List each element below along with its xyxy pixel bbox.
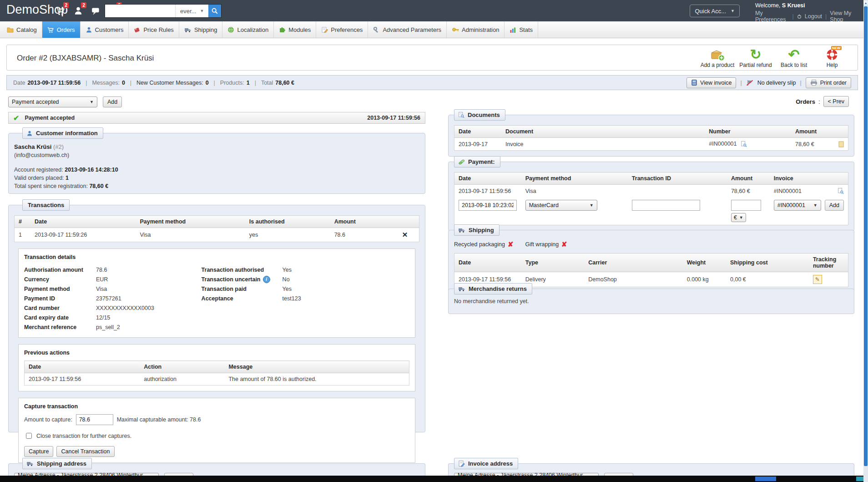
quick-access-dropdown[interactable]: Quick Acc... ▼ <box>690 5 740 17</box>
add-product-button[interactable]: Add a product <box>698 47 737 68</box>
payment-amount: 78,60 € <box>727 185 770 198</box>
view-my-shop-link[interactable]: View My Shop <box>830 10 861 23</box>
cart-icon[interactable]: 2 <box>56 6 66 16</box>
scroll-up-arrow[interactable]: ▲ <box>864 1 868 5</box>
order-info-bar: Date 2013-09-17 11:59:56 | Messages: 0 |… <box>6 75 858 90</box>
separator: | <box>255 80 256 86</box>
truck-icon <box>458 227 465 233</box>
payment-method-select[interactable]: MasterCard ▼ <box>525 200 597 211</box>
document-magnifier-icon <box>458 112 464 118</box>
transaction-id-input[interactable] <box>632 200 700 211</box>
scrollbar-thumb[interactable] <box>864 6 868 466</box>
close-transaction-label: Close transaction for further captures. <box>36 433 131 439</box>
separator: | <box>86 80 87 86</box>
recycled-packaging-option: Recycled packaging ✘ <box>454 240 513 249</box>
prev-order-button[interactable]: < Prev <box>823 96 849 107</box>
detail-label: Transaction paid <box>202 286 283 292</box>
refund-arrow-icon: ↻ <box>750 48 761 61</box>
transaction-date: 2013-09-17 11:59:26 <box>30 228 136 242</box>
tab-localization[interactable]: Localization <box>222 21 274 38</box>
detail-value: Yes <box>283 267 292 273</box>
document-row: 2013-09-17 Invoice #IN000001 78,60 € <box>454 138 848 151</box>
transaction-method: Visa <box>136 228 245 242</box>
view-document-icon[interactable] <box>741 141 747 147</box>
taskbar-fragment <box>856 477 863 481</box>
payment-date: 2013-09-17 11:59:56 <box>454 185 521 198</box>
tab-orders[interactable]: Orders <box>42 21 81 38</box>
customer-email[interactable]: (info@customweb.ch) <box>14 152 419 158</box>
detail-label: Merchant reference <box>24 324 96 330</box>
cancel-transaction-button[interactable]: Cancel Transaction <box>56 446 114 457</box>
price-tag-icon <box>134 26 141 33</box>
total-value: 78,60 € <box>275 80 294 86</box>
transaction-details-box: Transaction details Authorisation amount… <box>18 249 415 338</box>
search-button[interactable] <box>208 5 221 17</box>
tab-customers[interactable]: Customers <box>81 21 129 38</box>
tab-modules[interactable]: Modules <box>274 21 316 38</box>
page-scrollbar[interactable]: ▲ <box>863 0 868 482</box>
close-icon[interactable]: ✕ <box>402 231 408 238</box>
add-status-button[interactable]: Add <box>103 96 122 107</box>
logout-link[interactable]: Logout <box>805 13 822 20</box>
customer-name-line: Sascha Krüsi (#2) <box>14 143 419 150</box>
detail-label: Transaction authorised <box>202 267 283 273</box>
detail-label: Authorisation amount <box>24 267 96 273</box>
partial-refund-button[interactable]: ↻ Partial refund <box>737 47 775 68</box>
power-icon <box>797 14 802 19</box>
info-icon[interactable]: i <box>263 276 270 283</box>
back-to-list-button[interactable]: ↶ Back to list <box>775 47 813 68</box>
payment-invoice: #IN000001 <box>770 185 828 198</box>
main-nav-tabs: Catalog Orders Customers Price Rules Shi… <box>0 21 868 38</box>
payment-date-input[interactable] <box>459 200 517 211</box>
tab-administration[interactable]: Administration <box>447 21 505 38</box>
view-payment-icon[interactable] <box>838 188 844 194</box>
action-message: The amount of 78.60 is authorized. <box>224 373 409 386</box>
products-value: 1 <box>247 80 250 86</box>
customer-name[interactable]: Sascha Krüsi <box>14 143 51 150</box>
my-preferences-link[interactable]: My Preferences <box>755 10 789 23</box>
print-order-button[interactable]: Print order <box>806 77 851 88</box>
previous-actions-table: Date Action Message 2013-09-17 11:59:56 … <box>24 360 409 386</box>
tab-advanced-parameters[interactable]: Advanced Parameters <box>368 21 447 38</box>
payment-amount-input[interactable] <box>731 200 761 211</box>
truck-icon <box>26 460 34 467</box>
payment-legend: Payment: <box>454 156 500 167</box>
prestashop-order-page: DemoShop 2 2 9 ever... ▼ <box>0 0 868 482</box>
puzzle-icon <box>279 26 286 33</box>
payment-invoice-select[interactable]: #IN000001 ▼ <box>774 200 821 211</box>
transaction-amount: 78.6 <box>330 228 391 242</box>
tab-stats[interactable]: Stats <box>505 21 538 38</box>
amount-to-capture-input[interactable] <box>76 414 113 425</box>
welcome-user: S Kruesi <box>782 2 805 9</box>
tab-catalog[interactable]: Catalog <box>2 21 42 38</box>
order-status-select[interactable]: Payment accepted ▼ <box>8 96 97 107</box>
search-input[interactable] <box>105 5 175 17</box>
merchandise-returns-panel: Merchandise returns No merchandise retur… <box>448 289 854 314</box>
tab-price-rules[interactable]: Price Rules <box>129 21 179 38</box>
customers-icon[interactable]: 2 <box>73 6 83 16</box>
add-payment-button[interactable]: Add <box>825 200 844 211</box>
topbar-user-area: Welcome, S Kruesi My Preferences | Logou… <box>755 2 861 23</box>
messages-icon[interactable] <box>91 6 101 16</box>
help-button[interactable]: NEW Help <box>813 47 851 68</box>
close-transaction-checkbox[interactable] <box>26 433 32 439</box>
transaction-num: 1 <box>15 228 31 242</box>
col-header: Amount <box>791 126 834 138</box>
view-invoice-button[interactable]: View invoice <box>686 77 736 88</box>
tab-shipping[interactable]: Shipping <box>179 21 223 38</box>
money-icon <box>458 159 465 165</box>
bar-chart-icon <box>510 26 516 33</box>
col-header: Type <box>521 254 585 272</box>
documents-table: Date Document Number Amount 2013-09-17 I… <box>454 125 848 151</box>
currency-select[interactable]: € ▼ <box>731 213 746 222</box>
capture-button[interactable]: Capture <box>24 446 53 457</box>
status-name: Payment accepted <box>25 115 75 121</box>
orders-pagination: Orders : < Prev <box>796 96 849 107</box>
edit-document-icon[interactable] <box>838 141 844 147</box>
new-badge: NEW <box>831 46 842 50</box>
search-scope-select[interactable]: ever... ▼ <box>175 5 208 17</box>
detail-value: 23757261 <box>96 295 121 302</box>
tab-preferences[interactable]: Preferences <box>316 21 368 38</box>
edit-tracking-icon[interactable]: ✎ <box>813 275 822 284</box>
transaction-authorised: yes <box>245 228 330 242</box>
